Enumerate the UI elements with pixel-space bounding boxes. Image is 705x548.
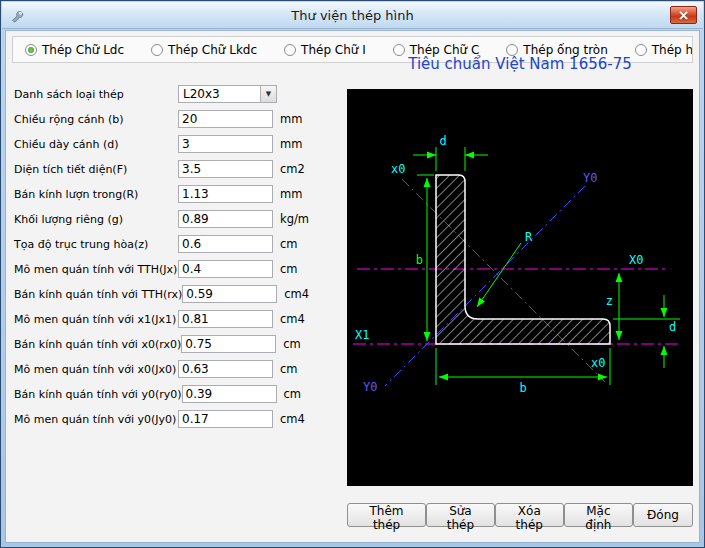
radio-circle-icon <box>635 44 647 56</box>
radius-leader-line <box>477 243 521 307</box>
standard-title: Tiêu chuẩn Việt Nam 1656-75 <box>347 55 693 73</box>
form-fields: Danh sách loại thépL20x3▼Chiều rộng cánh… <box>14 85 309 428</box>
radio-circle-icon <box>25 44 37 56</box>
dim-label-bottom-b: b <box>519 381 526 395</box>
add-steel-button[interactable]: Thêm thép <box>347 503 426 527</box>
field-unit: cm <box>283 337 301 351</box>
radio-circle-icon <box>284 44 296 56</box>
action-buttons: Thêm thépSửa thépXóa thépMặc địnhĐóng <box>347 503 693 527</box>
field-label: Bán kính quán tính với TTH(rx) <box>14 288 182 301</box>
field-label: Diện tích tiết diện(F) <box>14 163 178 176</box>
delete-steel-button[interactable]: Xóa thép <box>495 503 564 527</box>
field-label: Chiều dày cánh (d) <box>14 138 178 151</box>
form-row: Mô men quán tính với x1(Jx1)cm4 <box>14 310 309 328</box>
y0-diagonal-axis-line <box>385 186 585 386</box>
angle-section-shape <box>436 175 610 344</box>
field-unit: mm <box>280 112 302 126</box>
radio-shape-type-1[interactable]: Thép Chữ Lkdc <box>151 43 257 57</box>
field-label: Danh sách loại thép <box>14 88 178 101</box>
radio-circle-icon <box>151 44 163 56</box>
form-row: Bán kính quán tính với y0(ry0)cm <box>14 385 309 403</box>
dim-label-radius: R <box>525 230 533 244</box>
field-input-8[interactable] <box>182 285 277 303</box>
field-input-10[interactable] <box>181 335 276 353</box>
form-row: Mô men quán tính với TTH(Jx)cm <box>14 260 309 278</box>
radio-label: Thép Chữ Ldc <box>42 43 124 57</box>
field-label: Bán kính quán tính với x0(rx0) <box>14 338 181 351</box>
field-label: Khối lượng riêng (g) <box>14 213 178 226</box>
default-button[interactable]: Mặc định <box>564 503 633 527</box>
field-input-7[interactable] <box>178 260 273 278</box>
field-input-1[interactable] <box>178 110 273 128</box>
radio-shape-type-0[interactable]: Thép Chữ Ldc <box>25 43 124 57</box>
field-unit: cm4 <box>280 312 305 326</box>
field-input-12[interactable] <box>182 385 277 403</box>
close-dialog-button[interactable]: Đóng <box>633 503 693 527</box>
field-input-6[interactable] <box>178 235 273 253</box>
form-row: Bán kính lượn trong(R)mm <box>14 185 309 203</box>
field-label: Tọa độ trục trung hòa(z) <box>14 238 178 251</box>
form-row: Bán kính quán tính với x0(rx0)cm <box>14 335 309 353</box>
field-unit: cm2 <box>280 162 305 176</box>
field-unit: cm4 <box>280 412 305 426</box>
field-input-2[interactable] <box>178 135 273 153</box>
field-label: Mô men quán tính với TTH(Jx) <box>14 263 178 276</box>
field-unit: cm4 <box>284 287 309 301</box>
field-label: Bán kính lượn trong(R) <box>14 188 178 201</box>
axis-label-x0-diag-bottom: x0 <box>591 356 605 370</box>
dim-label-left-b: b <box>416 253 423 267</box>
field-label: Mô men quán tính với x0(Jx0) <box>14 363 178 376</box>
field-input-9[interactable] <box>178 310 273 328</box>
field-input-5[interactable] <box>178 210 273 228</box>
field-unit: cm <box>280 362 298 376</box>
x0-diagonal-axis-line <box>402 179 605 382</box>
edit-steel-button[interactable]: Sửa thép <box>426 503 495 527</box>
field-input-3[interactable] <box>178 160 273 178</box>
axis-label-x0: X0 <box>629 253 643 267</box>
field-label: Mô men quán tính với y0(Jy0) <box>14 413 178 426</box>
axis-label-y0-diag-bottom: Y0 <box>363 380 377 394</box>
dialog-window: Thư viện thép hình × Thép Chữ LdcThép Ch… <box>0 0 705 548</box>
dim-label-top-d: d <box>439 134 446 148</box>
form-row: Mô men quán tính với x0(Jx0)cm <box>14 360 309 378</box>
field-label: Bán kính quán tính với y0(ry0) <box>14 388 182 401</box>
field-label: Chiều rộng cánh (b) <box>14 113 178 126</box>
field-unit: cm <box>280 237 298 251</box>
field-input-4[interactable] <box>178 185 273 203</box>
radio-circle-icon <box>393 44 405 56</box>
field-input-13[interactable] <box>178 410 273 428</box>
steel-type-dropdown[interactable]: L20x3▼ <box>178 85 277 103</box>
dialog-body: Thép Chữ LdcThép Chữ LkdcThép Chữ IThép … <box>5 30 700 543</box>
form-row: Tọa độ trục trung hòa(z)cm <box>14 235 309 253</box>
form-row: Danh sách loại thépL20x3▼ <box>14 85 309 103</box>
dim-label-z: z <box>606 294 613 308</box>
radio-label: Thép Chữ Lkdc <box>168 43 257 57</box>
field-unit: cm <box>280 262 298 276</box>
axis-label-x0-diag-top: x0 <box>391 162 405 176</box>
window-title: Thư viện thép hình <box>2 8 703 23</box>
dim-label-right-d: d <box>669 320 676 334</box>
dropdown-value: L20x3 <box>183 87 220 101</box>
radio-circle-icon <box>506 44 518 56</box>
field-unit: mm <box>280 137 302 151</box>
field-label: Mô men quán tính với x1(Jx1) <box>14 313 178 326</box>
form-row: Mô men quán tính với y0(Jy0)cm4 <box>14 410 309 428</box>
titlebar: Thư viện thép hình × <box>2 2 703 29</box>
chevron-down-icon[interactable]: ▼ <box>260 86 276 102</box>
field-unit: mm <box>280 187 302 201</box>
axis-label-x1: X1 <box>355 328 369 342</box>
form-row: Diện tích tiết diện(F)cm2 <box>14 160 309 178</box>
field-unit: kg/m <box>280 212 309 226</box>
axis-label-y0-diag-top: Y0 <box>583 171 597 185</box>
form-row: Chiều rộng cánh (b)mm <box>14 110 309 128</box>
field-unit: cm <box>284 387 302 401</box>
form-row: Khối lượng riêng (g)kg/m <box>14 210 309 228</box>
section-drawing-canvas: d b R z d b X0 X1 x0 x0 <box>347 89 693 486</box>
field-input-11[interactable] <box>178 360 273 378</box>
form-row: Bán kính quán tính với TTH(rx)cm4 <box>14 285 309 303</box>
close-button[interactable]: × <box>670 6 697 24</box>
form-row: Chiều dày cánh (d)mm <box>14 135 309 153</box>
section-diagram: d b R z d b X0 X1 x0 x0 <box>347 89 693 486</box>
